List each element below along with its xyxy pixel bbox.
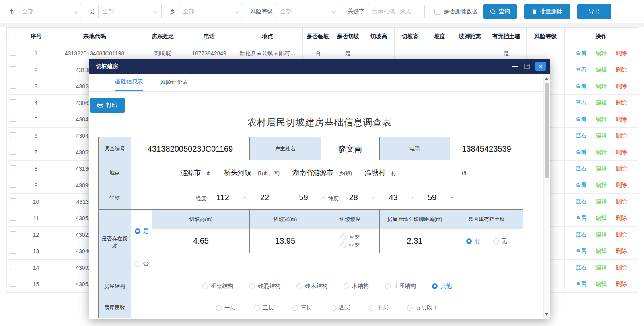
radio-icon[interactable] [344,283,349,289]
radio-icon[interactable] [254,305,260,311]
radio-icon[interactable] [135,261,140,267]
edit-link[interactable]: 编辑 [596,66,607,73]
row-checkbox[interactable] [10,165,16,171]
close-icon[interactable]: × [535,62,546,71]
row-checkbox[interactable] [10,99,16,105]
row-checkbox[interactable] [10,149,16,155]
export-button[interactable]: 导出 [577,4,611,19]
row-checkbox[interactable] [10,116,16,122]
delete-link[interactable]: 删除 [615,264,627,271]
radio-icon[interactable] [407,305,413,311]
edit-link[interactable]: 编辑 [596,132,607,139]
cut-yes-option[interactable]: 是 [135,228,149,235]
row-checkbox[interactable] [10,231,16,237]
minimize-icon[interactable] [512,66,518,67]
wall-option[interactable]: 有 [466,238,480,245]
view-link[interactable]: 查看 [576,149,587,155]
tab-risk-evaluation[interactable]: 风险评价表 [160,79,188,91]
edit-link[interactable]: 编辑 [596,99,607,106]
row-checkbox[interactable] [10,66,16,72]
delete-link[interactable]: 删除 [615,281,627,287]
edit-link[interactable]: 编辑 [596,83,607,89]
delete-link[interactable]: 删除 [615,165,627,172]
delete-link[interactable]: 删除 [615,248,627,254]
delete-link[interactable]: 删除 [615,149,627,155]
slope-option[interactable]: <45° [340,242,360,248]
floors-option[interactable]: 二层 [254,304,274,312]
city-select[interactable]: 全部 [18,4,81,19]
risk-select[interactable]: 全部 [276,4,339,19]
structure-option[interactable]: 其他 [432,283,452,290]
delete-link[interactable]: 删除 [615,116,627,122]
query-button[interactable]: 查询 [483,4,517,19]
delete-link[interactable]: 删除 [615,50,627,56]
radio-icon[interactable] [340,242,346,248]
delete-link[interactable]: 删除 [615,132,627,139]
radio-icon[interactable] [466,238,472,244]
edit-link[interactable]: 编辑 [596,248,607,254]
modal-scrollbar[interactable] [543,75,549,318]
row-checkbox[interactable] [10,83,16,89]
edit-link[interactable]: 编辑 [596,50,607,56]
edit-link[interactable]: 编辑 [596,198,607,205]
radio-icon[interactable] [202,283,208,289]
edit-link[interactable]: 编辑 [596,165,607,172]
view-link[interactable]: 查看 [576,248,587,254]
edit-link[interactable]: 编辑 [596,182,607,188]
view-link[interactable]: 查看 [576,281,587,287]
edit-link[interactable]: 编辑 [596,215,607,221]
view-link[interactable]: 查看 [576,66,587,73]
view-link[interactable]: 查看 [576,182,587,188]
view-link[interactable]: 查看 [576,116,587,122]
view-link[interactable]: 查看 [576,165,587,172]
county-select[interactable]: 全部 [98,4,162,19]
structure-option[interactable]: 砖木结构 [296,283,327,290]
radio-icon[interactable] [331,305,336,311]
delete-link[interactable]: 删除 [615,99,627,106]
view-link[interactable]: 查看 [576,50,587,56]
floors-option[interactable]: 四层 [331,304,350,312]
structure-option[interactable]: 木结构 [344,283,369,290]
view-link[interactable]: 查看 [576,264,587,271]
edit-link[interactable]: 编辑 [596,116,607,122]
floors-option[interactable]: 五层 [369,304,389,312]
delete-link[interactable]: 删除 [615,182,627,188]
delete-link[interactable]: 删除 [615,83,627,89]
radio-icon[interactable] [296,283,302,289]
edit-link[interactable]: 编辑 [596,264,607,271]
view-link[interactable]: 查看 [576,231,587,238]
edit-link[interactable]: 编辑 [596,281,607,287]
delete-link[interactable]: 删除 [615,66,627,73]
structure-option[interactable]: 框架结构 [202,283,233,290]
structure-option[interactable]: 土坯结构 [385,283,416,290]
scrollbar-thumb[interactable] [545,83,549,178]
floors-option[interactable]: 一层 [216,304,236,312]
edit-link[interactable]: 编辑 [596,149,607,155]
delete-link[interactable]: 删除 [615,198,627,205]
slope-option[interactable]: >45° [340,234,360,240]
row-checkbox[interactable] [10,198,16,204]
scroll-down-icon[interactable] [544,312,549,317]
delete-link[interactable]: 删除 [615,231,627,238]
keyword-input[interactable] [368,4,425,19]
radio-icon[interactable] [292,305,298,311]
view-link[interactable]: 查看 [576,83,587,89]
view-link[interactable]: 查看 [576,198,587,205]
floors-option[interactable]: 三层 [292,304,312,312]
edit-link[interactable]: 编辑 [596,231,607,238]
radio-icon[interactable] [385,283,391,289]
floors-option[interactable]: 五层以上 [407,304,438,312]
township-select[interactable]: 全部 [179,4,242,19]
structure-option[interactable]: 砖混结构 [249,283,280,290]
select-all-checkbox[interactable] [10,33,16,39]
radio-icon[interactable] [340,234,346,240]
tab-basic-info[interactable]: 基础信息表 [115,78,143,91]
view-link[interactable]: 查看 [576,132,587,139]
cut-no-option[interactable]: 否 [135,260,149,267]
wall-option[interactable]: 无 [493,238,507,245]
print-button[interactable]: 打印 [90,98,125,113]
row-checkbox[interactable] [10,248,16,254]
radio-icon[interactable] [493,238,499,244]
row-checkbox[interactable] [10,281,16,287]
row-checkbox[interactable] [10,264,16,270]
